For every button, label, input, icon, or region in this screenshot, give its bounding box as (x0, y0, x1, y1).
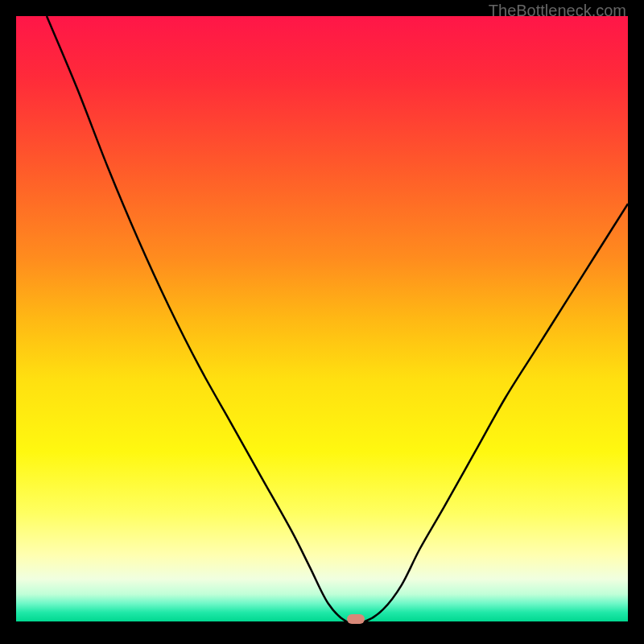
chart-container: TheBottleneck.com (0, 0, 644, 644)
watermark-text: TheBottleneck.com (489, 2, 626, 20)
bottleneck-curve (47, 16, 628, 621)
plot-area (16, 16, 628, 621)
curve-svg (16, 16, 628, 621)
optimum-marker (347, 614, 365, 624)
